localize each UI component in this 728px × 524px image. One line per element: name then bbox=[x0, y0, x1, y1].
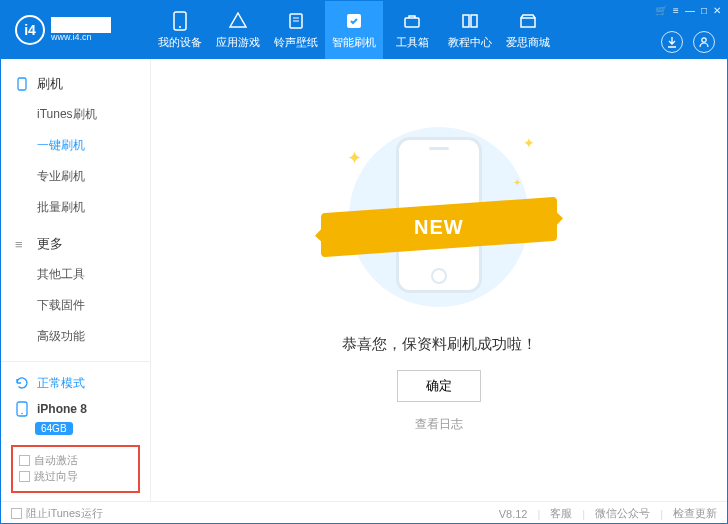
nav-label: 工具箱 bbox=[396, 35, 429, 50]
section-title: 刷机 bbox=[37, 75, 63, 93]
device-storage-row: 64GB bbox=[11, 422, 140, 439]
checkbox-label: 阻止iTunes运行 bbox=[26, 506, 103, 521]
menu-icon[interactable]: ≡ bbox=[673, 5, 679, 16]
shop-icon bbox=[518, 11, 538, 31]
flash-icon bbox=[344, 11, 364, 31]
sidebar-item-advanced[interactable]: 高级功能 bbox=[1, 321, 150, 352]
nav-label: 铃声壁纸 bbox=[274, 35, 318, 50]
nav-ringtones[interactable]: 铃声壁纸 bbox=[267, 1, 325, 59]
app-header: i4 爱思助手 www.i4.cn 我的设备 应用游戏 铃声壁纸 智能刷机 工具… bbox=[1, 1, 727, 59]
refresh-icon bbox=[13, 374, 31, 392]
logo-mark: i4 bbox=[15, 15, 45, 45]
sidebar: 刷机 iTunes刷机 一键刷机 专业刷机 批量刷机 ≡ 更多 其他工具 下载固… bbox=[1, 59, 151, 501]
mode-row[interactable]: 正常模式 bbox=[11, 370, 140, 396]
apps-icon bbox=[228, 11, 248, 31]
checkbox-icon bbox=[19, 471, 30, 482]
ok-button[interactable]: 确定 bbox=[397, 370, 481, 402]
ringtone-icon bbox=[286, 11, 306, 31]
nav-tutorials[interactable]: 教程中心 bbox=[441, 1, 499, 59]
view-log-link[interactable]: 查看日志 bbox=[415, 416, 463, 433]
book-icon bbox=[460, 11, 480, 31]
sparkle-icon: ✦ bbox=[347, 147, 362, 169]
support-link[interactable]: 客服 bbox=[550, 506, 572, 521]
header-actions bbox=[661, 31, 715, 53]
flash-section-icon bbox=[15, 77, 29, 91]
sparkle-icon: ✦ bbox=[513, 177, 521, 188]
mode-label: 正常模式 bbox=[37, 375, 85, 392]
window-controls: 🛒 ≡ — □ ✕ bbox=[655, 5, 721, 16]
post-flash-options: 自动激活 跳过向导 bbox=[11, 445, 140, 493]
sidebar-item-pro-flash[interactable]: 专业刷机 bbox=[1, 161, 150, 192]
nav-my-device[interactable]: 我的设备 bbox=[151, 1, 209, 59]
nav-label: 爱思商城 bbox=[506, 35, 550, 50]
checkbox-label: 跳过向导 bbox=[34, 469, 78, 484]
version-label: V8.12 bbox=[499, 508, 528, 520]
nav-label: 我的设备 bbox=[158, 35, 202, 50]
nav-flash[interactable]: 智能刷机 bbox=[325, 1, 383, 59]
storage-badge: 64GB bbox=[35, 422, 73, 435]
success-illustration: ✦ ✦ ✦ NEW bbox=[329, 117, 549, 317]
svg-point-1 bbox=[179, 26, 181, 28]
svg-rect-4 bbox=[405, 18, 419, 27]
cart-icon[interactable]: 🛒 bbox=[655, 5, 667, 16]
close-button[interactable]: ✕ bbox=[713, 5, 721, 16]
nav-label: 应用游戏 bbox=[216, 35, 260, 50]
maximize-button[interactable]: □ bbox=[701, 5, 707, 16]
checkbox-auto-activate[interactable]: 自动激活 bbox=[19, 453, 78, 468]
device-name: iPhone 8 bbox=[37, 402, 87, 416]
sidebar-item-other-tools[interactable]: 其他工具 bbox=[1, 259, 150, 290]
section-more[interactable]: ≡ 更多 bbox=[1, 229, 150, 259]
ribbon-text: NEW bbox=[414, 216, 464, 239]
device-row[interactable]: iPhone 8 bbox=[11, 396, 140, 422]
svg-point-6 bbox=[702, 38, 706, 42]
nav-toolbox[interactable]: 工具箱 bbox=[383, 1, 441, 59]
download-button[interactable] bbox=[661, 31, 683, 53]
nav-label: 教程中心 bbox=[448, 35, 492, 50]
svg-point-9 bbox=[21, 413, 23, 415]
logo: i4 爱思助手 www.i4.cn bbox=[1, 1, 151, 59]
success-message: 恭喜您，保资料刷机成功啦！ bbox=[342, 335, 537, 354]
status-bar: 阻止iTunes运行 V8.12 | 客服 | 微信公众号 | 检查更新 bbox=[1, 501, 727, 524]
user-button[interactable] bbox=[693, 31, 715, 53]
sidebar-item-itunes-flash[interactable]: iTunes刷机 bbox=[1, 99, 150, 130]
device-icon bbox=[13, 400, 31, 418]
top-nav: 我的设备 应用游戏 铃声壁纸 智能刷机 工具箱 教程中心 爱思商城 bbox=[151, 1, 557, 59]
sidebar-item-download-firmware[interactable]: 下载固件 bbox=[1, 290, 150, 321]
svg-rect-5 bbox=[521, 18, 535, 27]
sparkle-icon: ✦ bbox=[523, 135, 535, 151]
checkbox-icon bbox=[11, 508, 22, 519]
nav-label: 智能刷机 bbox=[332, 35, 376, 50]
sidebar-item-batch-flash[interactable]: 批量刷机 bbox=[1, 192, 150, 223]
phone-icon bbox=[170, 11, 190, 31]
minimize-button[interactable]: — bbox=[685, 5, 695, 16]
more-section-icon: ≡ bbox=[15, 237, 29, 252]
checkbox-label: 自动激活 bbox=[34, 453, 78, 468]
toolbox-icon bbox=[402, 11, 422, 31]
sidebar-item-oneclick-flash[interactable]: 一键刷机 bbox=[1, 130, 150, 161]
section-flash[interactable]: 刷机 bbox=[1, 69, 150, 99]
section-title: 更多 bbox=[37, 235, 63, 253]
main-content: ✦ ✦ ✦ NEW 恭喜您，保资料刷机成功啦！ 确定 查看日志 bbox=[151, 59, 727, 501]
checkbox-block-itunes[interactable]: 阻止iTunes运行 bbox=[11, 506, 103, 521]
checkbox-skip-guide[interactable]: 跳过向导 bbox=[19, 469, 78, 484]
wechat-link[interactable]: 微信公众号 bbox=[595, 506, 650, 521]
nav-apps[interactable]: 应用游戏 bbox=[209, 1, 267, 59]
check-update-link[interactable]: 检查更新 bbox=[673, 506, 717, 521]
nav-shop[interactable]: 爱思商城 bbox=[499, 1, 557, 59]
app-url: www.i4.cn bbox=[51, 33, 111, 43]
checkbox-icon bbox=[19, 455, 30, 466]
app-name: 爱思助手 bbox=[51, 17, 111, 34]
svg-rect-7 bbox=[18, 78, 26, 90]
